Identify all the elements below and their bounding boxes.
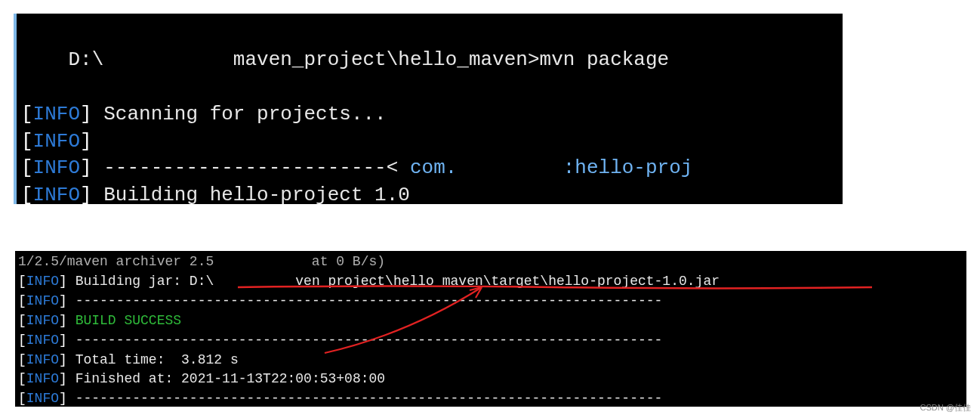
partial-line: 1/2.5/maven archiver 2.5 at 0 B/s) xyxy=(18,252,963,272)
command-text: mvn package xyxy=(540,48,670,71)
output-line: [INFO] Finished at: 2021-11-13T22:00:53+… xyxy=(18,370,963,389)
command-line[interactable]: D:\ maven_project\hello_maven>mvn packag… xyxy=(21,20,838,101)
finished-at: Finished at: 2021-11-13T22:00:53+08:00 xyxy=(67,371,385,386)
total-time: Total time: 3.812 s xyxy=(67,352,239,367)
output-line: [INFO] Total time: 3.812 s xyxy=(18,351,963,370)
output-line: [INFO] ------------------------< com. :h… xyxy=(21,155,838,182)
output-line: [INFO] BUILD SUCCESS xyxy=(18,311,963,331)
terminal-output-bottom: 1/2.5/maven archiver 2.5 at 0 B/s) [INFO… xyxy=(15,251,966,407)
info-tag: INFO xyxy=(33,103,80,125)
group-artifact: com. :hello-proj xyxy=(410,156,692,179)
build-success: BUILD SUCCESS xyxy=(67,313,181,328)
bracket-close: ] xyxy=(80,103,92,125)
dashes: ----------------------------------------… xyxy=(67,293,663,308)
output-line: [INFO] ---------------------------------… xyxy=(18,389,963,407)
terminal-output-top: D:\ maven_project\hello_maven>mvn packag… xyxy=(14,14,843,204)
output-line: [INFO] Scanning for projects... xyxy=(21,101,838,128)
output-line: [INFO] Building jar: D:\ ven_project\hel… xyxy=(18,272,963,292)
output-line: [INFO] ---------------------------------… xyxy=(18,331,963,351)
prompt-path: D:\ maven_project\hello_maven> xyxy=(68,48,539,71)
building-text: Building hello-project 1.0 xyxy=(92,184,410,204)
bracket-open: [ xyxy=(21,103,33,125)
output-line: [INFO] xyxy=(21,128,838,156)
building-jar-text: Building jar: D:\ ven_project\hello_mave… xyxy=(67,274,720,289)
dashes: ----------------------------------------… xyxy=(67,391,663,406)
dashes: ------------------------< xyxy=(92,156,410,179)
scanning-text: Scanning for projects... xyxy=(92,103,387,125)
dashes: ----------------------------------------… xyxy=(67,333,663,348)
output-line: [INFO] Building hello-project 1.0 xyxy=(21,182,838,204)
output-line: [INFO] ---------------------------------… xyxy=(18,292,963,311)
watermark-text: CSDN @佳佳 xyxy=(920,402,971,413)
